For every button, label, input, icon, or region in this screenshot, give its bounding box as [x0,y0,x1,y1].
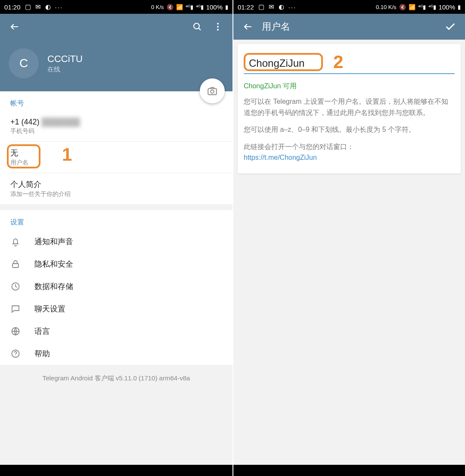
help-text-1: 您可以在 Telegram 上设置一个用户名。设置后，别人将能够在不知道您的手机… [244,96,455,118]
svg-point-5 [211,90,214,93]
mute-icon: 🔇 [167,4,174,10]
settings-notifications[interactable]: 通知和声音 [0,230,232,253]
settings-section: 设置 通知和声音 隐私和安全 数据和存储 聊天设置 [0,210,232,365]
settings-item-label: 通知和声音 [34,236,73,247]
input-underline [244,73,455,74]
annotation-1: 1 [62,144,72,165]
signal-icon: ⁴ᴳ▮ [186,4,193,10]
screen-profile: 01:20 ▢ ✉ ◐ ··· 0 K/s 🔇 📶 ⁴ᴳ▮ ⁴ᴳ▮ 100% ▮ [0,0,232,476]
version-footer: Telegram Android 客户端 v5.11.0 (1710) arm6… [0,365,232,465]
svg-point-10 [15,355,16,356]
wifi-icon: 📶 [176,4,183,10]
help-icon [10,348,34,359]
back-button[interactable] [4,16,25,37]
status-notif-icon: ▢ [25,3,31,11]
signal-icon-2: ⁴ᴳ▮ [196,4,204,10]
svg-rect-6 [12,264,19,268]
globe-icon [10,326,34,336]
signal-icon-2: ⁴ᴳ▮ [428,4,436,10]
svg-point-0 [194,23,199,29]
phone-label: 手机号码 [10,128,222,135]
availability-text: ChongZiJun 可用 [244,82,455,91]
settings-language[interactable]: 语言 [0,320,232,342]
highlight-box-2 [244,53,323,71]
status-bar: 01:22 ▢ ✉ ◐ ··· 0.10 K/s 🔇 📶 ⁴ᴳ▮ ⁴ᴳ▮ 100… [233,0,465,14]
svg-rect-4 [208,89,217,95]
avatar[interactable]: C [9,48,39,78]
help-text-3: 此链接会打开一个与您的对话窗口： https://t.me/ChongZiJun [244,141,455,163]
svg-point-1 [217,23,219,25]
page-title: 用户名 [262,20,290,33]
username-input[interactable] [249,57,318,69]
search-button[interactable] [187,16,208,37]
profile-name: CCCiTU [47,53,83,65]
username-item[interactable]: 无 用户名 1 [0,142,232,173]
settings-chat[interactable]: 聊天设置 [0,298,232,320]
account-header: 帐号 [0,91,232,112]
wifi-icon: 📶 [409,4,415,10]
bio-label: 添加一些关于你的介绍 [10,190,222,198]
svg-point-3 [217,29,219,31]
nav-bar [233,465,465,476]
phone-value: +1 (442) [10,118,40,126]
svg-point-2 [217,26,219,28]
screen-username: 01:22 ▢ ✉ ◐ ··· 0.10 K/s 🔇 📶 ⁴ᴳ▮ ⁴ᴳ▮ 100… [232,0,465,476]
account-section: 帐号 +1 (442) ███████ 手机号码 无 用户名 1 个人简介 [0,91,232,204]
settings-item-label: 语言 [34,326,50,336]
username-card: 2 ChongZiJun 可用 您可以在 Telegram 上设置一个用户名。设… [238,44,461,174]
settings-item-label: 数据和存储 [34,281,73,292]
status-battery: 100% [206,3,223,11]
profile-status: 在线 [47,65,83,74]
status-chat-icon: ◐ [45,3,51,11]
status-mail-icon: ✉ [35,3,41,11]
settings-item-label: 隐私和安全 [34,259,73,269]
clock-icon [10,281,34,292]
status-more-icon: ··· [288,3,297,11]
avatar-initial: C [19,56,28,70]
profile-header: C CCCiTU 在线 [0,40,232,91]
settings-item-label: 聊天设置 [34,304,65,314]
app-bar [0,14,232,40]
nav-bar [0,465,232,476]
bio-value: 个人简介 [10,179,222,190]
settings-help[interactable]: 帮助 [0,342,232,365]
chat-icon [10,304,34,314]
app-bar: 用户名 [233,14,465,40]
username-value: 无 [10,148,222,158]
annotation-2: 2 [333,52,343,72]
status-chat-icon: ◐ [279,3,284,11]
status-time: 01:22 [238,3,254,11]
battery-icon: ▮ [225,4,228,10]
username-label: 用户名 [10,159,222,167]
phone-hidden: ███████ [42,118,80,126]
status-net: 0 K/s [151,4,164,10]
status-time: 01:20 [4,3,21,11]
status-more-icon: ··· [55,3,63,11]
battery-icon: ▮ [458,4,461,10]
status-notif-icon: ▢ [258,3,264,11]
more-button[interactable] [208,16,228,37]
signal-icon: ⁴ᴳ▮ [418,4,426,10]
help-text-2: 您可以使用 a–z、0–9 和下划线。最小长度为 5 个字符。 [244,124,455,135]
status-bar: 01:20 ▢ ✉ ◐ ··· 0 K/s 🔇 📶 ⁴ᴳ▮ ⁴ᴳ▮ 100% ▮ [0,0,232,14]
status-mail-icon: ✉ [269,3,274,11]
bio-item[interactable]: 个人简介 添加一些关于你的介绍 [0,173,232,204]
bell-icon [10,236,34,247]
status-battery: 100% [439,3,455,11]
settings-header: 设置 [0,210,232,230]
mute-icon: 🔇 [399,4,406,10]
profile-link[interactable]: https://t.me/ChongZiJun [244,154,317,161]
camera-button[interactable] [200,78,225,103]
back-button[interactable] [238,16,258,37]
status-net: 0.10 K/s [376,4,397,10]
settings-item-label: 帮助 [34,348,50,359]
settings-data[interactable]: 数据和存储 [0,275,232,298]
settings-privacy[interactable]: 隐私和安全 [0,253,232,275]
lock-icon [10,259,34,269]
phone-item[interactable]: +1 (442) ███████ 手机号码 [0,112,232,141]
confirm-button[interactable] [440,16,461,37]
